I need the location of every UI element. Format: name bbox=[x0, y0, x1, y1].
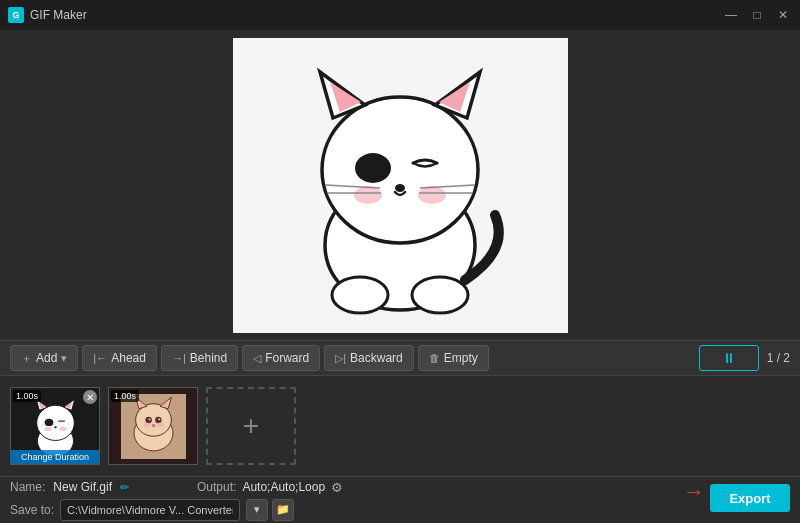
svg-point-33 bbox=[145, 416, 152, 423]
minimize-button[interactable]: — bbox=[722, 6, 740, 24]
toolbar: ＋ Add ▾ |← Ahead →| Behind ◁ Forward ▷| … bbox=[0, 340, 800, 376]
preview-canvas bbox=[233, 38, 568, 333]
behind-button[interactable]: →| Behind bbox=[161, 345, 238, 371]
svg-point-14 bbox=[332, 277, 388, 313]
add-button[interactable]: ＋ Add ▾ bbox=[10, 345, 78, 371]
forward-icon: ◁ bbox=[253, 352, 261, 365]
svg-point-22 bbox=[44, 418, 53, 425]
add-frame-button[interactable]: + bbox=[206, 387, 296, 465]
arrow-indicator: → bbox=[683, 479, 705, 505]
frame1-duration: 1.00s bbox=[13, 390, 41, 402]
bottom-bar: Name: New Gif.gif ✏ Output: Auto;Auto;Lo… bbox=[0, 476, 800, 523]
svg-point-24 bbox=[44, 426, 51, 430]
svg-point-35 bbox=[148, 418, 150, 420]
svg-point-1 bbox=[322, 97, 478, 243]
svg-point-23 bbox=[54, 426, 56, 428]
path-folder-button[interactable]: 📁 bbox=[272, 499, 294, 521]
cat-illustration bbox=[233, 38, 568, 333]
export-button[interactable]: Export bbox=[710, 484, 790, 512]
output-label: Output: bbox=[197, 480, 236, 494]
page-number: 1 / 2 bbox=[767, 351, 790, 365]
behind-icon: →| bbox=[172, 352, 186, 364]
svg-point-7 bbox=[395, 184, 405, 192]
maximize-button[interactable]: □ bbox=[748, 6, 766, 24]
gear-icon[interactable]: ⚙ bbox=[331, 480, 343, 495]
svg-point-15 bbox=[412, 277, 468, 313]
path-actions: ▾ 📁 bbox=[246, 499, 294, 521]
svg-point-39 bbox=[156, 422, 164, 427]
svg-point-36 bbox=[158, 418, 160, 420]
svg-point-28 bbox=[135, 403, 171, 436]
filmstrip: 1.00s ✕ Change Duration 1.00s bbox=[0, 376, 800, 476]
ahead-button[interactable]: |← Ahead bbox=[82, 345, 157, 371]
pause-button[interactable]: ⏸ bbox=[699, 345, 759, 371]
backward-icon: ▷| bbox=[335, 352, 346, 365]
svg-point-17 bbox=[36, 405, 74, 440]
film-frame-2[interactable]: 1.00s bbox=[108, 387, 198, 465]
save-label: Save to: bbox=[10, 503, 54, 517]
close-button[interactable]: ✕ bbox=[774, 6, 792, 24]
titlebar: G GIF Maker — □ ✕ bbox=[0, 0, 800, 30]
frame1-close[interactable]: ✕ bbox=[83, 390, 97, 404]
name-value: New Gif.gif bbox=[53, 480, 112, 494]
empty-button[interactable]: 🗑 Empty bbox=[418, 345, 489, 371]
edit-icon[interactable]: ✏ bbox=[120, 481, 129, 494]
frame1-label[interactable]: Change Duration bbox=[11, 450, 99, 464]
save-to-row: Save to: ▾ 📁 bbox=[10, 499, 790, 521]
svg-point-25 bbox=[59, 426, 66, 430]
output-value: Auto;Auto;Loop bbox=[242, 480, 325, 494]
forward-button[interactable]: ◁ Forward bbox=[242, 345, 320, 371]
name-label: Name: bbox=[10, 480, 45, 494]
backward-button[interactable]: ▷| Backward bbox=[324, 345, 414, 371]
cat-svg bbox=[265, 50, 535, 320]
svg-point-34 bbox=[155, 416, 162, 423]
ahead-icon: |← bbox=[93, 352, 107, 364]
svg-point-37 bbox=[152, 423, 155, 425]
name-row: Name: New Gif.gif ✏ Output: Auto;Auto;Lo… bbox=[10, 480, 790, 495]
plus-icon: ＋ bbox=[21, 351, 32, 366]
frame1-cat-thumb bbox=[23, 394, 88, 459]
svg-point-8 bbox=[354, 186, 382, 204]
window-title: GIF Maker bbox=[30, 8, 722, 22]
svg-point-6 bbox=[355, 153, 391, 183]
svg-point-38 bbox=[143, 422, 151, 427]
trash-icon: 🗑 bbox=[429, 352, 440, 364]
path-dropdown-button[interactable]: ▾ bbox=[246, 499, 268, 521]
frame2-cat-thumb bbox=[121, 394, 186, 459]
svg-point-9 bbox=[418, 186, 446, 204]
film-frame-1[interactable]: 1.00s ✕ Change Duration bbox=[10, 387, 100, 465]
page-indicator: ⏸ 1 / 2 bbox=[699, 345, 790, 371]
save-path-input[interactable] bbox=[60, 499, 240, 521]
preview-area bbox=[0, 30, 800, 340]
window-controls: — □ ✕ bbox=[722, 6, 792, 24]
frame2-duration: 1.00s bbox=[111, 390, 139, 402]
dropdown-icon: ▾ bbox=[61, 352, 67, 365]
output-section: Output: Auto;Auto;Loop ⚙ bbox=[197, 480, 343, 495]
app-icon: G bbox=[8, 7, 24, 23]
